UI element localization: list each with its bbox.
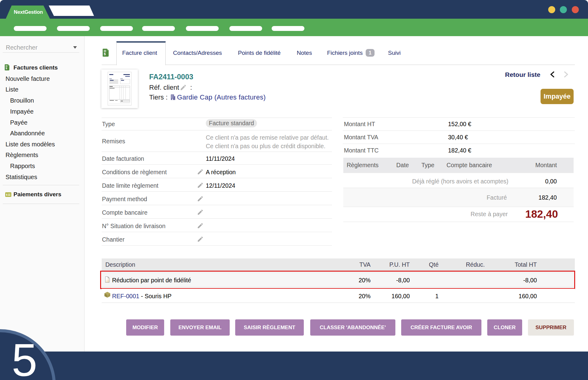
svg-text:$: $ bbox=[6, 193, 7, 196]
svg-text:$: $ bbox=[104, 52, 106, 56]
svg-text:$: $ bbox=[6, 67, 7, 70]
